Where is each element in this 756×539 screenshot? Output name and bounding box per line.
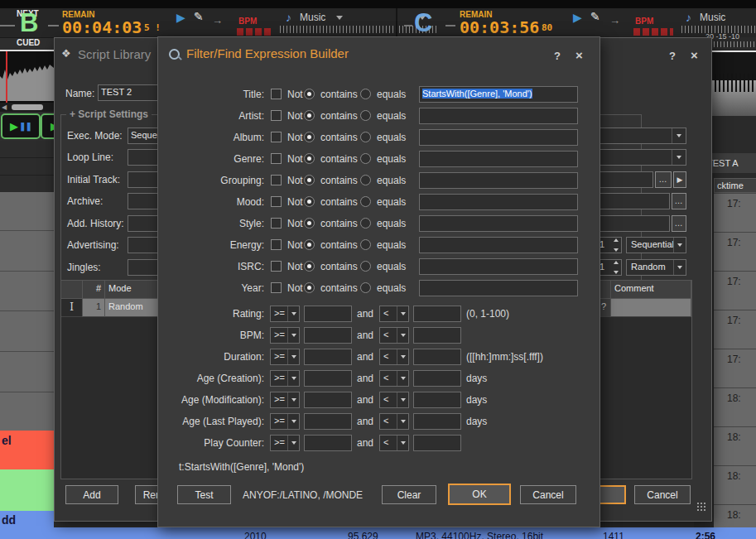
browse-button[interactable]: … [672,193,686,209]
chevron-down-icon[interactable] [336,16,343,20]
title-input[interactable]: StartsWith([Genre], 'Mond') [419,86,578,103]
edit-icon-c[interactable]: ✎ [590,11,600,22]
not-checkbox[interactable] [271,153,282,164]
playlist-row-red[interactable]: el [0,431,54,469]
list-item[interactable] [0,141,54,158]
min-input[interactable] [304,435,352,451]
mood-input[interactable] [419,194,578,210]
min-input[interactable] [304,327,352,344]
min-input[interactable] [304,392,352,408]
min-input[interactable] [304,306,352,322]
waveform-scrollbar[interactable]: ◀ [0,103,54,112]
max-input[interactable] [413,370,461,387]
max-input[interactable] [413,392,461,408]
help-button[interactable]: ? [669,50,676,62]
row-gutter[interactable]: I [61,299,83,317]
comment-header[interactable]: Comment [611,281,691,298]
max-input[interactable] [413,349,461,365]
equals-radio[interactable] [360,153,371,164]
play-icon-b[interactable]: ▶ [176,12,185,23]
assign-arrow-icon-b[interactable]: → [212,14,223,26]
equals-radio[interactable] [360,239,371,250]
not-checkbox[interactable] [271,196,282,207]
equals-radio[interactable] [360,196,371,207]
isrc-input[interactable] [419,258,578,275]
not-checkbox[interactable] [271,132,282,142]
play-pause-button[interactable]: ▶❚❚ [1,113,41,139]
assign-arrow-icon-c[interactable]: → [609,14,620,26]
max-input[interactable] [413,413,461,430]
scroll-left-icon[interactable]: ◀ [2,103,7,111]
play-icon-c[interactable]: ▶ [573,12,582,23]
row-num[interactable]: 1 [83,299,105,317]
equals-radio[interactable] [360,218,371,229]
op-combo[interactable]: >= [270,392,300,408]
spin-up-icon[interactable] [614,261,619,264]
max-input[interactable] [413,306,461,322]
artist-input[interactable] [419,108,578,124]
jingles-mode-dropdown[interactable]: Random [626,259,686,276]
equals-radio[interactable] [360,175,371,185]
playlist-row[interactable]: 17: [714,271,756,310]
min-input[interactable] [304,370,352,387]
column-header-blocktime[interactable]: cktime [714,178,756,193]
op-combo[interactable]: >= [270,435,300,451]
not-checkbox[interactable] [271,89,282,99]
max-input[interactable] [413,327,461,344]
contains-radio[interactable] [304,196,315,207]
op-combo[interactable]: < [379,327,409,344]
not-checkbox[interactable] [271,110,282,121]
not-checkbox[interactable] [271,282,282,293]
scrollbar-thumb[interactable] [12,104,43,110]
contains-radio[interactable] [304,282,315,293]
spin-down-icon[interactable] [614,248,619,252]
playlist-row[interactable]: 17: [714,349,756,387]
edit-icon-b[interactable]: ✎ [194,11,204,22]
test-button[interactable]: Test [177,485,231,504]
play-preview-button[interactable]: ▶ [673,171,686,188]
contains-radio[interactable] [304,153,315,164]
spin-down-icon[interactable] [614,271,619,274]
op-combo[interactable]: < [379,435,409,451]
help-button[interactable]: ? [554,50,561,62]
not-checkbox[interactable] [271,175,282,185]
playlist-row[interactable]: 17: [714,232,756,271]
add-button[interactable]: Add [65,485,118,504]
close-button[interactable]: × [575,48,583,62]
row-comment[interactable] [611,299,691,317]
playlist-row[interactable]: 18: [714,426,756,465]
equals-radio[interactable] [360,282,371,293]
playlist-row-green[interactable] [0,469,54,511]
playlist-row[interactable]: 17: [714,310,756,349]
not-checkbox[interactable] [271,239,282,250]
resize-grip[interactable] [696,502,706,512]
waveform-display-b[interactable] [0,50,54,103]
op-combo[interactable]: < [379,349,409,365]
year-input[interactable] [419,280,578,296]
list-item[interactable] [0,176,54,193]
contains-radio[interactable] [304,110,315,121]
genre-input[interactable] [419,151,578,167]
spin-up-icon[interactable] [614,238,619,242]
album-input[interactable] [419,129,578,146]
min-input[interactable] [304,349,352,365]
cancel-button[interactable]: Cancel [520,485,576,504]
playlist-row[interactable]: 18: [714,465,756,504]
playlist-rows-left[interactable] [0,192,54,431]
op-combo[interactable]: >= [270,327,300,344]
op-combo[interactable]: < [379,413,409,430]
contains-radio[interactable] [304,239,315,250]
advertising-mode-dropdown[interactable]: Sequential [626,237,686,253]
op-combo[interactable]: >= [270,370,300,387]
contains-radio[interactable] [304,175,315,185]
max-input[interactable] [413,435,461,451]
op-combo[interactable]: >= [270,306,300,322]
cancel-button-script[interactable]: Cancel [634,485,691,504]
close-button[interactable]: × [691,48,698,62]
style-input[interactable] [419,215,578,232]
now-playing-strip[interactable]: 2010 95.629 MP3, 44100Hz, Stereo, 16bit … [0,527,756,539]
contains-radio[interactable] [304,132,315,142]
grouping-input[interactable] [419,172,578,189]
equals-radio[interactable] [360,261,371,272]
op-combo[interactable]: < [379,392,409,408]
